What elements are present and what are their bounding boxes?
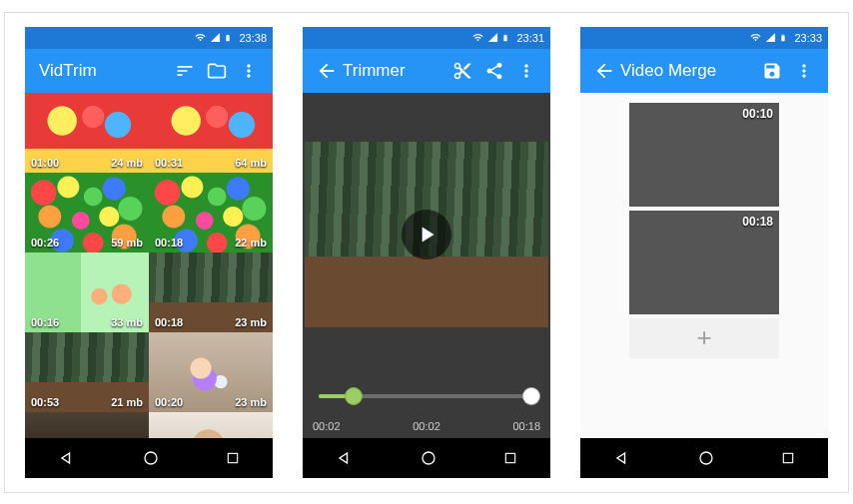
back-button[interactable] — [311, 55, 343, 87]
video-duration: 00:31 — [155, 157, 183, 169]
status-time: 23:33 — [794, 32, 822, 44]
battery-icon — [779, 32, 787, 44]
nav-back-icon[interactable] — [335, 448, 355, 468]
svg-point-2 — [423, 452, 434, 464]
signal-icon — [487, 32, 498, 43]
merge-clip[interactable]: 00:10 — [629, 103, 779, 207]
wifi-icon — [749, 32, 762, 43]
nav-recents-icon[interactable] — [502, 450, 518, 466]
video-duration: 00:16 — [31, 316, 59, 328]
video-grid-item[interactable]: 00:1822 mb — [149, 173, 273, 252]
sort-button[interactable] — [169, 55, 201, 87]
trim-controls: 00:02 00:02 00:18 — [303, 376, 550, 438]
sort-icon — [175, 61, 195, 81]
nav-home-icon[interactable] — [420, 449, 437, 467]
video-size: 64 mb — [235, 157, 267, 169]
app-bar: Video Merge — [580, 49, 828, 93]
status-time: 23:38 — [239, 32, 267, 44]
trim-track[interactable] — [313, 386, 540, 406]
video-size: 23 mb — [235, 396, 267, 408]
nav-home-icon[interactable] — [697, 449, 715, 467]
video-grid-item[interactable] — [149, 412, 273, 438]
play-icon — [414, 222, 439, 248]
video-duration: 00:18 — [155, 237, 183, 249]
back-button[interactable] — [588, 55, 620, 87]
video-grid-item[interactable]: 01:0024 mb — [25, 93, 149, 173]
video-size: 33 mb — [111, 316, 143, 328]
status-bar: 23:31 — [303, 27, 550, 49]
status-bar: 23:38 — [25, 27, 273, 49]
nav-back-icon[interactable] — [612, 448, 632, 468]
merge-content: 00:1000:18+ — [580, 93, 828, 438]
video-size: 59 mb — [111, 237, 143, 249]
nav-bar — [580, 438, 828, 478]
video-duration: 00:53 — [31, 396, 59, 408]
cut-button[interactable] — [446, 55, 478, 87]
signal-icon — [765, 32, 776, 43]
phone-trimmer-screen: 23:31 Trimmer — [303, 27, 550, 478]
video-grid-item[interactable]: 00:2023 mb — [149, 332, 273, 412]
clip-duration: 00:18 — [742, 215, 773, 229]
nav-bar — [303, 438, 550, 478]
video-duration: 00:20 — [155, 396, 183, 408]
nav-home-icon[interactable] — [142, 449, 160, 467]
video-duration: 00:26 — [31, 237, 59, 249]
video-grid-item[interactable]: 00:1633 mb — [25, 252, 149, 332]
video-grid-item[interactable] — [25, 412, 149, 438]
nav-back-icon[interactable] — [57, 448, 77, 468]
trim-start-handle[interactable] — [345, 387, 363, 405]
svg-rect-5 — [783, 453, 792, 462]
wifi-icon — [194, 32, 207, 43]
timecode-row: 00:02 00:02 00:18 — [313, 420, 540, 432]
more-vert-icon — [794, 61, 814, 81]
folder-button[interactable] — [201, 55, 233, 87]
overflow-button[interactable] — [510, 55, 542, 87]
video-preview-area — [303, 93, 550, 376]
overflow-button[interactable] — [233, 55, 265, 87]
video-duration: 00:18 — [155, 316, 183, 328]
share-button[interactable] — [478, 55, 510, 87]
video-size: 24 mb — [111, 157, 143, 169]
play-button[interactable] — [402, 210, 451, 259]
battery-icon — [501, 32, 509, 44]
more-vert-icon — [516, 61, 536, 81]
status-bar: 23:33 — [580, 27, 828, 49]
save-icon — [762, 61, 782, 81]
app-bar: VidTrim — [25, 49, 273, 93]
video-grid-item[interactable]: 00:1823 mb — [149, 252, 273, 332]
video-preview[interactable] — [305, 142, 548, 327]
folder-icon — [207, 61, 227, 81]
svg-point-4 — [700, 452, 712, 464]
wifi-icon — [471, 32, 484, 43]
battery-icon — [224, 32, 232, 44]
phone-list-screen: 23:38 VidTrim 01:0024 mb00:3164 mb00:265… — [25, 27, 273, 478]
svg-rect-1 — [228, 453, 237, 462]
video-grid-item[interactable]: 00:3164 mb — [149, 93, 273, 173]
video-grid-item[interactable]: 00:5321 mb — [25, 332, 149, 412]
svg-rect-3 — [505, 453, 514, 462]
scissors-icon — [452, 61, 472, 81]
nav-recents-icon[interactable] — [780, 450, 796, 466]
video-size: 21 mb — [111, 396, 143, 408]
add-clip-button[interactable]: + — [629, 318, 779, 358]
video-size: 22 mb — [235, 237, 267, 249]
trimmer-content: 00:02 00:02 00:18 — [303, 93, 550, 438]
timecode-start: 00:02 — [313, 420, 341, 432]
save-button[interactable] — [756, 55, 788, 87]
nav-bar — [25, 438, 273, 478]
overflow-button[interactable] — [788, 55, 820, 87]
more-vert-icon — [239, 61, 259, 81]
app-title: Video Merge — [620, 61, 756, 81]
video-grid-container: 01:0024 mb00:3164 mb00:2659 mb00:1822 mb… — [25, 93, 273, 438]
phone-merge-screen: 23:33 Video Merge 00:1000:18+ — [580, 27, 828, 478]
nav-recents-icon[interactable] — [225, 450, 241, 466]
trim-end-handle[interactable] — [522, 387, 540, 405]
signal-icon — [210, 32, 221, 43]
arrow-back-icon — [593, 60, 615, 82]
svg-point-0 — [145, 452, 157, 464]
video-size: 23 mb — [235, 316, 267, 328]
video-grid-item[interactable]: 00:2659 mb — [25, 173, 149, 252]
timecode-end: 00:18 — [512, 420, 540, 432]
share-icon — [484, 61, 504, 81]
merge-clip[interactable]: 00:18 — [629, 211, 779, 314]
